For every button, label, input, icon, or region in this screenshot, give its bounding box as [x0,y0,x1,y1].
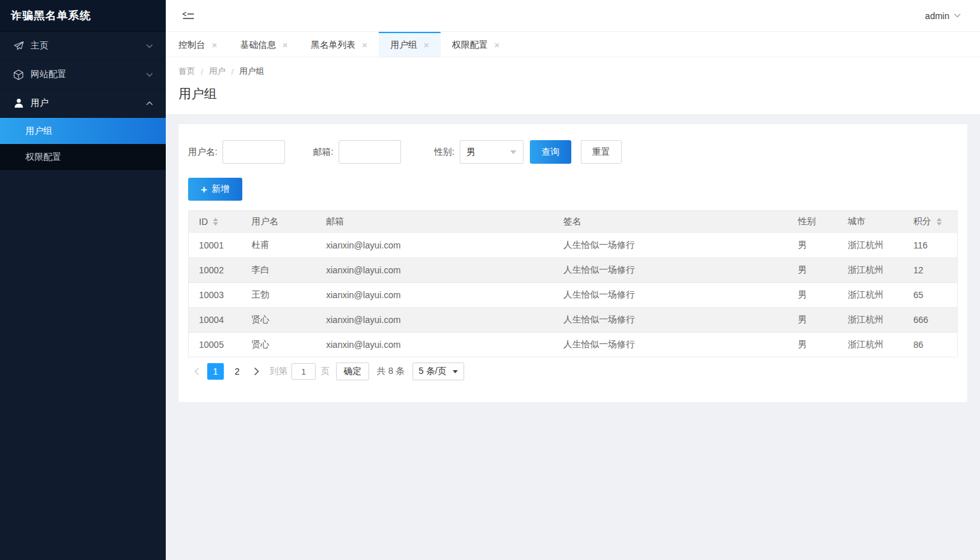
sidebar-item-home[interactable]: 主页 [0,32,166,61]
column-header-id[interactable]: ID [189,211,242,233]
page-unit-label: 页 [321,366,330,377]
tab-blacklist[interactable]: 黑名单列表 × [300,32,379,57]
cell-city: 浙江杭州 [838,283,903,308]
gender-value: 男 [467,147,476,158]
tab-close-icon[interactable]: × [282,40,288,50]
username-input[interactable] [223,140,285,164]
gender-select[interactable]: 男 [460,140,523,164]
cell-gender: 男 [788,233,838,258]
cell-id: 10003 [189,283,242,308]
cell-email: xianxin@layui.com [316,233,553,258]
collapse-sidebar-icon[interactable] [180,9,197,23]
table-row: 10005 贤心 xianxin@layui.com 人生恰似一场修行 男 浙江… [189,333,958,357]
chevron-down-icon [954,13,961,18]
page-title: 用户组 [179,85,967,103]
chevron-down-icon [145,71,153,78]
total-count-label: 共 8 条 [377,366,405,377]
sidebar-item-user[interactable]: 用户 [0,89,166,118]
email-input[interactable] [339,140,401,164]
cell-city: 浙江杭州 [838,333,903,357]
cell-score: 86 [903,333,958,357]
cell-username: 贤心 [242,333,316,357]
breadcrumb-current: 用户组 [239,66,264,77]
cell-gender: 男 [788,258,838,283]
user-icon [13,98,24,108]
page-number-2[interactable]: 2 [229,363,245,380]
cell-signature: 人生恰似一场修行 [553,258,788,283]
cell-id: 10004 [189,308,242,333]
tab-console[interactable]: 控制台 × [167,32,229,57]
cell-city: 浙江杭州 [838,308,903,333]
breadcrumb-home[interactable]: 首页 [179,66,195,77]
cell-email: xianxin@layui.com [316,283,553,308]
sidebar-item-permission-config[interactable]: 权限配置 [0,144,166,170]
cell-email: xianxin@layui.com [316,333,553,357]
sidebar-item-label: 用户 [31,97,145,109]
breadcrumb-user[interactable]: 用户 [209,66,226,77]
cell-score: 12 [903,258,958,283]
tab-close-icon[interactable]: × [423,40,429,50]
next-page-icon[interactable] [248,363,265,380]
tab-permission-config[interactable]: 权限配置 × [441,32,511,57]
top-header: admin [166,0,980,32]
column-header-email: 邮箱 [316,211,553,233]
reset-button[interactable]: 重置 [581,140,622,164]
prev-page-icon[interactable] [188,363,205,380]
tab-close-icon[interactable]: × [362,40,368,50]
cell-email: xianxin@layui.com [316,308,553,333]
cell-signature: 人生恰似一场修行 [553,308,788,333]
chevron-down-icon [510,150,516,154]
send-icon [13,41,24,51]
cell-signature: 人生恰似一场修行 [553,333,788,357]
user-table: ID 用户名 邮箱 签名 性别 城市 积分 [188,210,958,357]
page-header: 首页 / 用户 / 用户组 用户组 [166,57,980,114]
app-title: 诈骗黑名单系统 [0,0,166,32]
table-row: 10003 王勃 xianxin@layui.com 人生恰似一场修行 男 浙江… [189,283,958,308]
pagination: 1 2 到第 页 确定 共 8 条 5 条/页 [188,363,958,380]
search-button[interactable]: 查询 [530,140,571,164]
tab-user-group[interactable]: 用户组 × [379,32,441,57]
cell-gender: 男 [788,308,838,333]
per-page-select[interactable]: 5 条/页 [413,363,465,380]
column-header-score[interactable]: 积分 [903,211,958,233]
chevron-down-icon [145,42,153,50]
goto-page-input[interactable] [291,363,316,380]
cell-score: 116 [903,233,958,258]
tab-basic-info[interactable]: 基础信息 × [229,32,300,57]
column-header-signature: 签名 [553,211,788,233]
breadcrumb: 首页 / 用户 / 用户组 [179,66,967,77]
confirm-page-button[interactable]: 确定 [336,363,369,380]
tab-close-icon[interactable]: × [494,40,500,50]
sort-icon[interactable] [213,218,218,226]
cell-signature: 人生恰似一场修行 [553,283,788,308]
tab-label: 用户组 [390,39,417,51]
sidebar-nav: 主页 网站配置 用户 [0,32,166,170]
main-area: admin 控制台 × 基础信息 × 黑名单列表 × 用户组 × [166,0,980,560]
goto-page-label: 到第 [270,366,288,377]
column-header-username: 用户名 [242,211,316,233]
user-menu[interactable]: admin [925,11,961,21]
cell-city: 浙江杭州 [838,258,903,283]
sort-icon[interactable] [937,218,942,226]
sidebar-submenu-user: 用户组 权限配置 [0,118,166,170]
content-area: 用户名: 邮箱: 性别: 男 查询 重置 + 新增 [166,114,980,560]
chevron-up-icon [145,99,153,107]
email-label: 邮箱: [313,147,333,158]
add-button[interactable]: + 新增 [188,178,242,201]
table-row: 10002 李白 xianxin@layui.com 人生恰似一场修行 男 浙江… [189,258,958,283]
tab-label: 控制台 [179,39,205,51]
cell-id: 10005 [189,333,242,357]
cell-username: 贤心 [242,308,316,333]
sidebar-item-label: 网站配置 [31,69,145,80]
cube-icon [13,69,24,80]
sidebar-item-site-config[interactable]: 网站配置 [0,61,166,89]
page-number-1[interactable]: 1 [207,363,224,380]
sidebar-item-user-group[interactable]: 用户组 [0,118,166,144]
cell-username: 王勃 [242,283,316,308]
cell-email: xianxin@layui.com [316,258,553,283]
table-row: 10004 贤心 xianxin@layui.com 人生恰似一场修行 男 浙江… [189,308,958,333]
column-header-gender: 性别 [788,211,838,233]
cell-gender: 男 [788,333,838,357]
tab-close-icon[interactable]: × [212,40,217,50]
cell-id: 10002 [189,258,242,283]
